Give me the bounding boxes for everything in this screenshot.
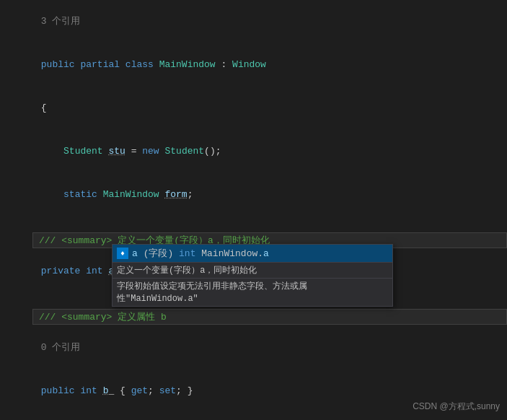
kw-class: class <box>125 59 159 70</box>
kw-int-b: int <box>80 385 102 396</box>
summary-box-b: /// <summary> 定义属性 b <box>32 309 507 325</box>
ref-count-b: 0 个引用 <box>41 342 81 353</box>
kw-int-a: int <box>86 266 108 276</box>
line-ref-b: 0 个引用 <box>0 326 507 369</box>
editor-area: 3 个引用 public partial class MainWindow : … <box>0 0 507 420</box>
line-static-form: static MainWindow form; <box>0 173 507 216</box>
line-student-stu: Student stu = new Student(); <box>0 130 507 173</box>
var-form: form <box>164 189 187 200</box>
watermark: CSDN @方程式,sunny <box>413 401 500 413</box>
popup-warning-text: 字段初始值设定项无法引用非静态字段、方法或属性"MainWindow.a" <box>117 281 307 304</box>
kw-new: new <box>142 146 164 157</box>
ref-count-top: 3 个引用 <box>41 16 81 27</box>
type-mainwindow: MainWindow <box>159 59 216 70</box>
autocomplete-popup[interactable]: ♦ a (字段) int MainWindow.a 定义一个变量(字段）a，同时… <box>112 244 393 307</box>
kw-static: static <box>63 189 103 200</box>
popup-title: a (字段) int MainWindow.a <box>132 247 269 260</box>
kw-partial: partial <box>80 59 125 70</box>
line-blank3 <box>0 413 507 420</box>
line-blank1 <box>0 216 507 231</box>
popup-warning: 字段初始值设定项无法引用非静态字段、方法或属性"MainWindow.a" <box>113 278 392 306</box>
line-class-decl: public partial class MainWindow : Window <box>0 43 507 87</box>
type-window: Window <box>232 59 266 70</box>
summary-text-b: /// <summary> 定义属性 b <box>39 310 167 323</box>
kw-set: set <box>159 385 176 396</box>
popup-desc-text: 定义一个变量(字段）a，同时初始化 <box>117 266 257 276</box>
watermark-text: CSDN @方程式,sunny <box>413 401 500 411</box>
popup-header: ♦ a (字段) int MainWindow.a <box>113 245 392 262</box>
popup-field-icon: ♦ <box>117 248 128 259</box>
popup-description: 定义一个变量(字段）a，同时初始化 <box>113 262 392 278</box>
line-brace-open: { <box>0 87 507 130</box>
var-stu: stu <box>108 146 125 157</box>
line-ref-top: 3 个引用 <box>0 0 507 43</box>
type-mainwindow2: MainWindow <box>103 189 159 200</box>
kw-public: public <box>41 59 81 70</box>
kw-public-b: public <box>41 385 81 396</box>
kw-get: get <box>131 385 148 396</box>
kw-private: private <box>41 266 86 276</box>
type-student: Student <box>63 146 103 157</box>
type-student2: Student <box>164 146 204 157</box>
